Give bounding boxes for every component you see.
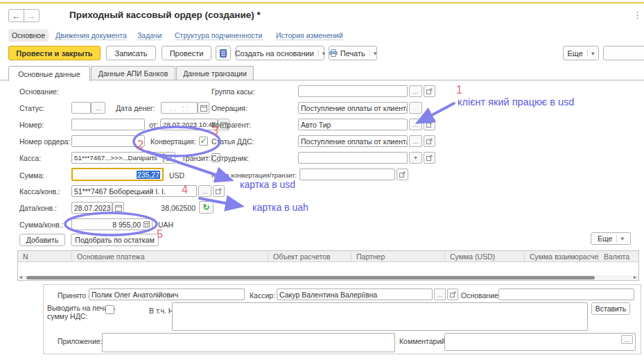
column-header[interactable]: Основание платежа	[71, 252, 271, 261]
counterparty-picker-button[interactable]: ...	[409, 119, 422, 130]
open-form-icon	[426, 88, 433, 94]
forward-button[interactable]: →	[24, 9, 40, 22]
calendar-icon	[200, 105, 207, 112]
conv-cashbox-field[interactable]: 51***7467 Боборецький I. I.	[71, 185, 197, 197]
column-header[interactable]: Партнер	[351, 252, 445, 261]
employee-open-button[interactable]	[424, 152, 435, 164]
amount-field[interactable]: 235,27	[71, 168, 164, 181]
post-and-close-button[interactable]: Провести и закрыть	[8, 46, 101, 60]
nav-link-subordination-structure[interactable]: Структура подчиненности	[175, 31, 263, 40]
tab-strip-line	[0, 80, 644, 80]
counterparty-field[interactable]: Авто Тир	[298, 119, 408, 130]
status-picker-button[interactable]: ...	[91, 102, 105, 114]
conv-cashbox-open-button[interactable]	[213, 185, 225, 197]
conv-date-field[interactable]: 28.07.2023	[71, 202, 112, 214]
cashier-label: Кассир:	[250, 291, 275, 300]
column-header[interactable]: Сумма взаиморасчетов	[524, 252, 599, 261]
scroll-left-icon[interactable]: ◂	[19, 274, 22, 280]
received-from-field[interactable]: Полик Олег Анатолійович	[89, 288, 245, 300]
money-date-calendar-button[interactable]	[198, 102, 209, 114]
back-icon: ←	[12, 11, 21, 21]
column-header[interactable]: Валюта	[598, 252, 642, 261]
annotation-note-uah-card: картка в uah	[252, 202, 308, 213]
insert-button[interactable]: Вставить	[591, 302, 630, 315]
cashflow-item-field[interactable]: Поступление оплаты от клиента	[298, 135, 408, 147]
tab-main-data[interactable]: Основные данные	[8, 66, 90, 81]
refresh-icon: ↻	[202, 202, 209, 212]
cash-group-field[interactable]	[298, 85, 408, 97]
window-more-icon[interactable]: ⋮	[633, 10, 642, 20]
conv-cashbox-picker-button[interactable]: ...	[198, 185, 211, 197]
amount-label: Сумма:	[19, 171, 44, 180]
comment-picker-button[interactable]: ...	[621, 335, 633, 344]
hscroll-thumb[interactable]	[26, 276, 595, 279]
counterparty-open-button[interactable]	[424, 119, 435, 130]
post-button[interactable]: Провести	[162, 46, 211, 60]
toolbar-partial-button[interactable]	[603, 46, 644, 60]
number-field[interactable]	[71, 119, 145, 130]
column-header[interactable]: Объект расчетов	[268, 252, 351, 261]
nav-link-document-movements[interactable]: Движения документа	[55, 31, 127, 40]
osnovanie-label: Основание:	[19, 87, 59, 96]
table-hscrollbar[interactable]: ◂ ▸	[18, 275, 638, 280]
document-register-button[interactable]	[216, 46, 231, 60]
conv-amount-field[interactable]: 8 955,00	[71, 218, 153, 230]
cashflow-item-open-button[interactable]	[424, 135, 435, 147]
employee-dropdown-button[interactable]: ▾	[409, 152, 422, 164]
conv-transit-cashbox-field[interactable]	[299, 169, 395, 180]
write-button[interactable]: Записать	[106, 46, 156, 60]
cashier-field[interactable]: Сакур Валентина Валеріївна	[277, 288, 433, 300]
print-vat-checkbox[interactable]	[105, 305, 114, 314]
cashflow-item-picker-button[interactable]: ...	[409, 135, 422, 147]
cash-group-picker-button[interactable]: ...	[409, 85, 422, 97]
employee-field[interactable]	[298, 152, 408, 164]
number-label: Номер:	[19, 121, 44, 129]
scroll-right-icon[interactable]: ▸	[634, 274, 636, 280]
nav-link-tasks[interactable]: Задачи	[137, 31, 162, 40]
column-header[interactable]: N	[23, 252, 66, 261]
print-button[interactable]: Печать ▾	[329, 46, 377, 60]
toolbar-more-button[interactable]: Еще ▾	[563, 46, 599, 60]
table-row[interactable]	[18, 262, 638, 276]
table-more-label: Еще	[598, 234, 612, 243]
basis-field[interactable]	[498, 288, 634, 300]
conv-date-calendar-button[interactable]	[112, 202, 124, 214]
conv-cashbox-label: Касса/конв.:	[19, 187, 60, 196]
conv-amount-value: 8 955,00	[112, 221, 141, 229]
cash-group-open-button[interactable]	[424, 85, 435, 97]
money-date-label: Дата денег:	[116, 104, 155, 112]
cashbox-open-button[interactable]	[164, 152, 175, 164]
annotation-note-usd-card: картка в usd	[240, 179, 295, 190]
cashier-open-button[interactable]	[447, 288, 458, 300]
document-datetime-field[interactable]: 28.07.2023 10:40:05	[160, 119, 218, 130]
create-based-on-button[interactable]: Создать на основании ▾	[236, 46, 324, 60]
nav-item-main[interactable]: Основное	[8, 29, 49, 42]
open-form-icon	[450, 291, 456, 298]
back-button[interactable]: ←	[8, 9, 24, 22]
incl-vat-textarea[interactable]	[172, 302, 588, 331]
annotation-number-3: 3	[212, 125, 218, 137]
conv-transit-cashbox-open-button[interactable]	[397, 169, 408, 180]
attachment-textarea[interactable]	[102, 333, 395, 352]
operation-field[interactable]: Поступление оплаты от клиента	[298, 102, 408, 114]
order-number-field[interactable]	[71, 135, 145, 147]
open-form-icon	[216, 188, 222, 194]
receipt-order-window: ← → Приходный кассовый ордер (создание) …	[0, 0, 644, 362]
pick-by-balance-button[interactable]: Подобрать по остаткам	[71, 234, 159, 246]
refresh-rate-button[interactable]: ↻	[199, 201, 214, 214]
comment-field[interactable]	[444, 333, 636, 351]
column-header[interactable]: Сумма (USD)	[444, 252, 525, 261]
status-field[interactable]	[71, 102, 91, 114]
employee-label: Сотрудник:	[211, 154, 249, 162]
conversion-checkbox[interactable]: ✓	[199, 137, 208, 146]
open-form-icon	[399, 171, 406, 178]
nav-link-change-history[interactable]: История изменений	[276, 31, 343, 40]
tab-transaction-data[interactable]: Данные транзации	[176, 66, 254, 80]
money-date-field[interactable]: . . : :	[161, 102, 198, 114]
add-row-button[interactable]: Добавить	[19, 234, 65, 246]
table-more-button[interactable]: Еще ▾	[591, 232, 631, 245]
tab-api-banks-data[interactable]: Данные АПИ Банков	[91, 66, 175, 80]
operation-picker-button[interactable]: ...	[409, 102, 422, 114]
cashbox-field[interactable]: 51***7467...>>>...Daniparts	[71, 152, 164, 164]
cashier-picker-button[interactable]: ...	[434, 288, 446, 300]
